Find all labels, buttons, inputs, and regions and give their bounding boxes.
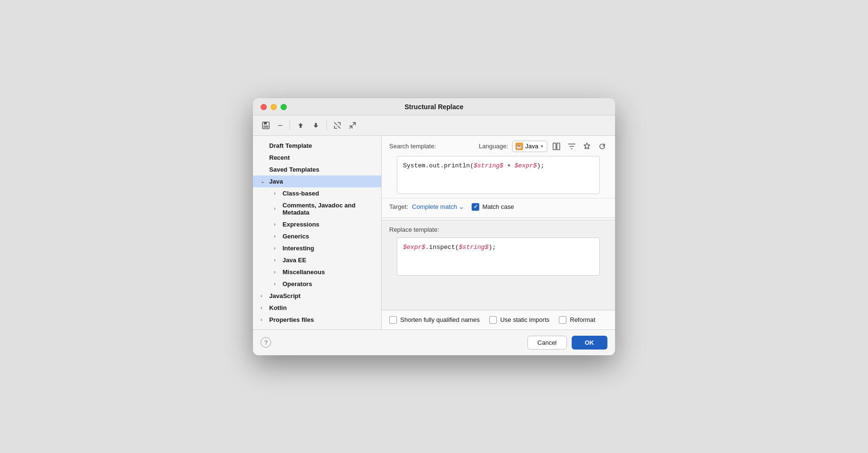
- replace-var-string: $string$: [459, 244, 488, 251]
- search-template-label: Search template:: [389, 143, 436, 150]
- left-panel: Draft Template Recent Saved Templates ⌄ …: [253, 136, 382, 329]
- pin-icon[interactable]: [582, 141, 592, 152]
- help-button[interactable]: ?: [261, 337, 271, 348]
- search-var-expr: $expr$: [515, 162, 537, 169]
- tree-item-saved-templates[interactable]: Saved Templates: [253, 164, 381, 175]
- replace-section: Replace template: $expr$.inspect($string…: [382, 220, 615, 329]
- right-panel: Search template: Language: ☕ Java ▾: [382, 136, 615, 329]
- chevron-right-icon: ›: [274, 246, 280, 251]
- tree-item-class-based[interactable]: › Class-based: [253, 187, 381, 199]
- reformat-option: Reformat: [559, 316, 595, 324]
- bottom-options: Shorten fully qualified names Use static…: [382, 310, 615, 329]
- filter-icon[interactable]: [566, 141, 577, 152]
- tree-item-operators[interactable]: › Operators: [253, 278, 381, 290]
- shorten-checkbox[interactable]: [389, 316, 397, 324]
- cancel-button[interactable]: Cancel: [527, 336, 566, 350]
- match-case-group: Match case: [472, 203, 514, 211]
- complete-match-label: Complete match: [412, 203, 457, 210]
- tree-item-kotlin[interactable]: › Kotlin: [253, 302, 381, 314]
- footer: ? Cancel OK: [253, 329, 615, 355]
- chevron-down-icon: ⌄: [261, 179, 266, 184]
- language-dropdown[interactable]: ☕ Java ▾: [512, 141, 547, 152]
- chevron-right-icon: ›: [274, 206, 280, 211]
- move-down-button[interactable]: [309, 120, 323, 131]
- divider-1: [382, 217, 615, 218]
- chevron-right-icon: ›: [274, 191, 280, 196]
- replace-code-area[interactable]: $expr$.inspect($string$);: [397, 237, 600, 276]
- maximize-button[interactable]: [281, 104, 287, 110]
- tree-item-recent[interactable]: Recent: [253, 152, 381, 164]
- chevron-right-icon: ›: [274, 269, 280, 275]
- main-content: Draft Template Recent Saved Templates ⌄ …: [253, 136, 615, 329]
- svg-rect-1: [264, 122, 267, 124]
- dialog-title: Structural Replace: [404, 103, 464, 111]
- search-code-prefix: System.out.println(: [403, 162, 474, 169]
- target-label: Target:: [389, 203, 408, 210]
- replace-code-container: $expr$.inspect($string$);: [382, 237, 615, 276]
- footer-buttons: Cancel OK: [527, 336, 607, 350]
- chevron-right-icon: ›: [261, 317, 266, 322]
- reformat-label: Reformat: [570, 316, 595, 323]
- tree-item-label: JavaScript: [269, 292, 301, 299]
- search-code-suffix: );: [537, 162, 545, 169]
- chevron-right-icon: ›: [261, 305, 266, 310]
- tree-item-java-ee[interactable]: › Java EE: [253, 254, 381, 266]
- expand-button[interactable]: [331, 120, 344, 131]
- replace-var-expr: $expr$: [403, 244, 425, 251]
- tree-item-label: Kotlin: [269, 304, 287, 311]
- tree-child-label: Expressions: [283, 221, 319, 228]
- tree-child-label: Class-based: [283, 190, 319, 197]
- save-button[interactable]: [259, 119, 273, 132]
- tree-item-label: Saved Templates: [269, 166, 319, 173]
- refresh-icon[interactable]: [597, 141, 607, 152]
- tree-item-comments[interactable]: › Comments, Javadoc and Metadata: [253, 199, 381, 218]
- search-code-container: System.out.println($string$ + $expr$);: [382, 152, 615, 194]
- tree-item-draft-template[interactable]: Draft Template: [253, 140, 381, 152]
- svg-rect-4: [557, 143, 560, 150]
- help-label: ?: [264, 339, 267, 346]
- dropdown-arrow-icon: ⌄: [459, 203, 464, 210]
- language-value: Java: [525, 143, 538, 150]
- static-imports-option: Use static imports: [489, 316, 549, 324]
- minimize-button[interactable]: [271, 104, 277, 110]
- replace-spacer: [382, 276, 615, 310]
- tree-item-label: Recent: [269, 154, 290, 161]
- language-selector: Language: ☕ Java ▾: [479, 141, 607, 152]
- reformat-checkbox[interactable]: [559, 316, 566, 324]
- static-imports-checkbox[interactable]: [489, 316, 497, 324]
- template-columns-icon[interactable]: [551, 141, 562, 152]
- tree-child-label: Interesting: [283, 245, 314, 252]
- remove-button[interactable]: −: [275, 119, 286, 132]
- shorten-label: Shorten fully qualified names: [400, 316, 480, 323]
- tree-item-javascript[interactable]: › JavaScript: [253, 290, 381, 302]
- match-case-label: Match case: [482, 203, 514, 210]
- dropdown-chevron-icon: ▾: [541, 144, 543, 149]
- search-code-area[interactable]: System.out.println($string$ + $expr$);: [397, 156, 600, 194]
- tree-item-java[interactable]: ⌄ Java: [253, 175, 381, 187]
- toolbar: −: [253, 115, 615, 136]
- chevron-right-icon: ›: [274, 257, 280, 263]
- move-up-button[interactable]: [294, 120, 307, 131]
- tree-item-interesting[interactable]: › Interesting: [253, 242, 381, 254]
- title-bar: Structural Replace: [253, 98, 615, 115]
- replace-code-close: );: [488, 244, 496, 251]
- tree-item-miscellaneous[interactable]: › Miscellaneous: [253, 266, 381, 278]
- shorten-option: Shorten fully qualified names: [389, 316, 480, 324]
- tree-item-label: Java: [269, 178, 283, 185]
- tree-child-label: Miscellaneous: [283, 268, 325, 276]
- tree-child-label: Java EE: [283, 257, 306, 264]
- close-button[interactable]: [261, 104, 267, 110]
- static-imports-label: Use static imports: [500, 316, 549, 323]
- tree-item-expressions[interactable]: › Expressions: [253, 218, 381, 230]
- svg-rect-2: [263, 125, 268, 128]
- tree-item-properties-files[interactable]: › Properties files: [253, 314, 381, 326]
- java-icon: ☕: [515, 143, 523, 150]
- ok-button[interactable]: OK: [572, 336, 608, 350]
- match-case-checkbox[interactable]: [472, 203, 479, 211]
- target-row: Target: Complete match ⌄ Match case: [382, 198, 615, 216]
- search-var-string: $string$: [474, 162, 503, 169]
- tree-item-generics[interactable]: › Generics: [253, 230, 381, 242]
- language-label: Language:: [479, 143, 508, 150]
- complete-match-dropdown[interactable]: Complete match ⌄: [412, 203, 464, 210]
- collapse-button[interactable]: [346, 120, 359, 131]
